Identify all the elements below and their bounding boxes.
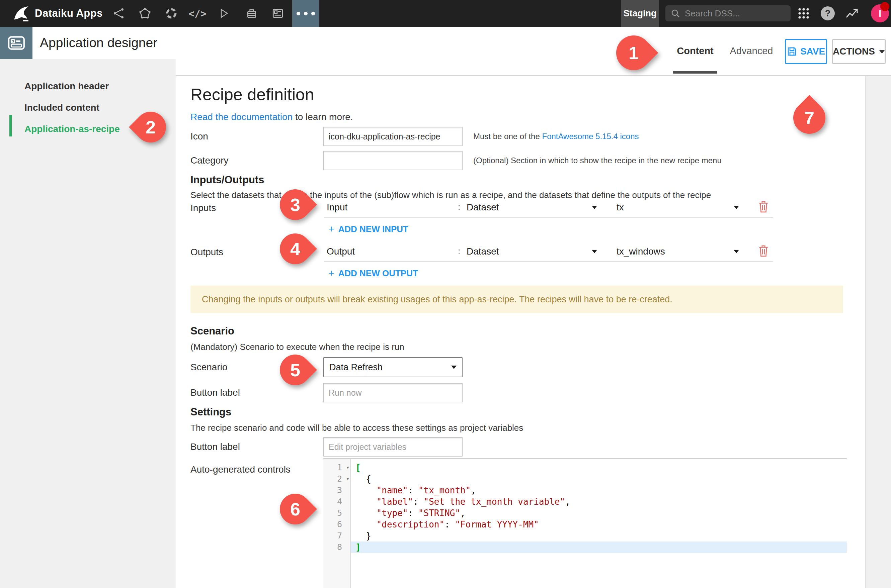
flow-icon[interactable] [109, 0, 129, 27]
row-separator: : [458, 202, 467, 212]
output-name-field[interactable]: Output [324, 246, 458, 257]
output-type-value: Dataset [467, 246, 499, 257]
code-string: "STRING" [418, 508, 460, 518]
code-text: : [445, 519, 455, 530]
input-row: Input : Dataset tx [324, 197, 773, 218]
callout-7: 7 [793, 102, 825, 134]
charts-icon[interactable] [161, 0, 182, 27]
jobs-icon[interactable] [242, 0, 262, 27]
line-number[interactable]: 8 [323, 542, 350, 553]
editor-code-area[interactable]: [ { "name": "tx_month", "label": "Set th… [351, 459, 847, 588]
code-bracket: ] [356, 542, 361, 552]
code-string: "Set the tx_month variable" [424, 497, 565, 507]
delete-output-button[interactable] [758, 244, 769, 258]
callout-1: 1 [616, 36, 651, 70]
code-line[interactable]: [ [356, 462, 847, 473]
line-number[interactable]: 6 [323, 519, 350, 530]
code-text [356, 508, 377, 518]
save-button[interactable]: SAVE [785, 39, 827, 64]
search-icon [671, 9, 680, 18]
dataiku-logo-icon[interactable] [11, 4, 32, 22]
category-input[interactable] [323, 151, 463, 170]
delete-input-button[interactable] [758, 200, 769, 214]
add-new-output-button[interactable]: + ADD NEW OUTPUT [328, 268, 418, 279]
search-input[interactable] [685, 8, 778, 19]
row-separator: : [458, 246, 467, 256]
category-label: Category [191, 155, 323, 166]
actions-button[interactable]: ACTIONS [832, 39, 886, 64]
help-icon[interactable]: ? [821, 6, 835, 20]
line-number[interactable]: 3 [323, 484, 350, 496]
code-icon[interactable]: </> [188, 0, 207, 27]
output-dataset-select[interactable]: tx_windows [616, 246, 739, 257]
category-row: Category (Optional) Section in which to … [191, 150, 846, 171]
input-name-field[interactable]: Input [324, 202, 458, 213]
code-line[interactable]: "type": "STRING", [356, 507, 847, 519]
line-number[interactable]: 7 [323, 530, 350, 542]
chevron-down-icon [734, 250, 739, 253]
line-number[interactable]: 4 [323, 496, 350, 507]
code-text: , [460, 508, 466, 518]
search-bar[interactable] [666, 5, 790, 21]
code-line[interactable]: "name": "tx_month", [356, 484, 847, 496]
icon-input[interactable] [323, 127, 463, 146]
json-code-editor[interactable]: 1▾2▾345678 [ { "name": "tx_month", "labe… [323, 458, 847, 588]
warning-banner: Changing the inputs or outputs will brea… [191, 286, 843, 313]
tab-content[interactable]: Content [672, 27, 719, 75]
trending-icon[interactable] [843, 6, 860, 21]
add-new-input-button[interactable]: + ADD NEW INPUT [328, 224, 408, 235]
section-title: Recipe definition [191, 85, 314, 104]
code-text [356, 497, 377, 507]
dot [304, 12, 308, 15]
save-label: SAVE [800, 46, 825, 57]
code-text: : [413, 497, 424, 507]
code-text: { [356, 474, 371, 484]
actions-label: ACTIONS [833, 46, 875, 57]
settings-button-label-input[interactable] [323, 437, 463, 456]
documentation-link[interactable]: Read the documentation [191, 112, 293, 122]
scenario-description: (Mandatory) Scenario to execute when the… [191, 342, 404, 352]
notification-dot [880, 2, 889, 11]
notebooks-icon[interactable] [268, 0, 288, 27]
more-menu-button[interactable] [292, 0, 319, 27]
chevron-down-icon [592, 206, 597, 209]
fontawesome-link[interactable]: FontAwesome 5.15.4 icons [542, 132, 639, 141]
code-line[interactable]: } [356, 530, 847, 542]
fold-arrow-icon[interactable]: ▾ [346, 462, 349, 473]
run-button-label-input[interactable] [323, 383, 463, 402]
code-line[interactable]: { [356, 473, 847, 484]
output-type-select[interactable]: Dataset [467, 246, 597, 257]
outputs-label: Outputs [191, 247, 223, 258]
chevron-down-icon [734, 206, 739, 209]
right-gutter [865, 76, 891, 588]
inputs-label: Inputs [191, 203, 216, 213]
code-text: : [408, 508, 418, 518]
doc-line: Read the documentation to learn more. [191, 112, 353, 122]
button-label: Button label [191, 387, 323, 398]
add-input-label: ADD NEW INPUT [338, 224, 408, 234]
code-line[interactable]: ] [351, 542, 847, 553]
settings-section-title: Settings [191, 406, 231, 418]
input-dataset-select[interactable]: tx [616, 202, 739, 213]
line-number[interactable]: 5 [323, 507, 350, 519]
code-line[interactable]: "label": "Set the tx_month variable", [356, 496, 847, 507]
scenario-select[interactable]: Data Refresh [323, 357, 463, 377]
application-designer-tile[interactable] [0, 27, 33, 59]
sidebar-item-application-header[interactable]: Application header [0, 76, 176, 97]
lab-icon[interactable] [135, 0, 155, 27]
fold-arrow-icon[interactable]: ▾ [346, 473, 349, 484]
environment-badge[interactable]: Staging [621, 0, 659, 27]
code-line[interactable]: "description": "Format YYYY-MM" [356, 519, 847, 530]
input-type-value: Dataset [467, 202, 499, 213]
chevron-down-icon [592, 250, 597, 253]
tab-advanced[interactable]: Advanced [725, 27, 778, 75]
code-string: "name" [377, 485, 408, 495]
input-type-select[interactable]: Dataset [467, 202, 597, 213]
icon-helper-text: Must be one of the [473, 132, 542, 141]
line-number[interactable]: 2▾ [323, 473, 350, 484]
callout-2: 2 [135, 112, 166, 142]
callout-5: 5 [280, 354, 311, 385]
run-icon[interactable] [213, 0, 234, 27]
apps-grid-icon[interactable] [795, 5, 812, 21]
line-number[interactable]: 1▾ [323, 462, 350, 473]
